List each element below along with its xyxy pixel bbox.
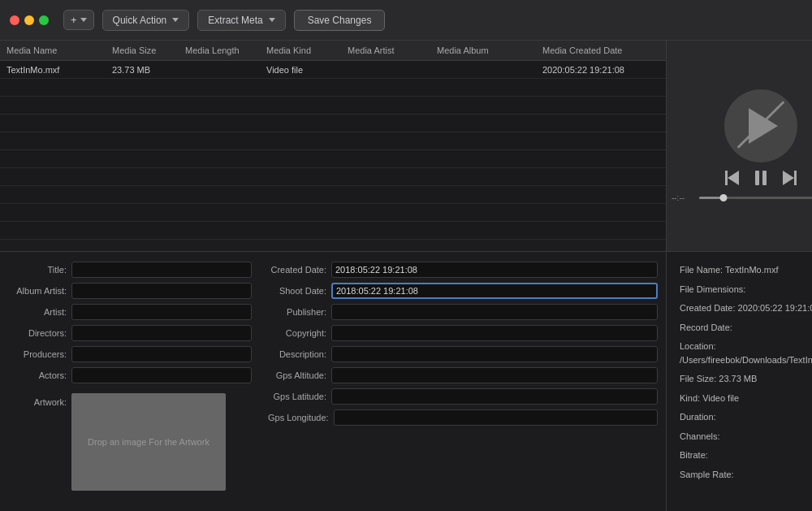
- artwork-hint: Drop an image For the Artwork: [88, 437, 209, 447]
- cell-created: 2020:05:22 19:21:08: [536, 63, 666, 76]
- artwork-drop-zone[interactable]: Drop an image For the Artwork: [71, 393, 226, 491]
- input-publisher[interactable]: [331, 304, 658, 320]
- col-header-created: Media Created Date: [536, 44, 666, 57]
- info-bitrate: Bitrate:: [680, 448, 812, 462]
- input-album-artist[interactable]: [71, 283, 252, 299]
- cell-kind: Video file: [260, 63, 341, 76]
- extract-meta-chevron-icon: [269, 18, 275, 22]
- input-actors[interactable]: [71, 367, 252, 383]
- table-area: Media Name Media Size Media Length Media…: [0, 41, 666, 252]
- input-description[interactable]: [331, 346, 658, 362]
- table-row: [0, 222, 666, 240]
- artwork-area: Artwork: Drop an image For the Artwork: [8, 393, 252, 491]
- table-empty-rows: [0, 79, 666, 240]
- pause-icon: [755, 171, 767, 185]
- table-row: [0, 97, 666, 115]
- table-row: [0, 168, 666, 186]
- form-row-description: Description:: [268, 346, 658, 362]
- progress-thumb[interactable]: [720, 194, 728, 201]
- save-changes-label: Save Changes: [308, 15, 372, 26]
- player-controls: [725, 171, 797, 185]
- label-actors: Actors:: [8, 370, 67, 380]
- col-header-size: Media Size: [106, 44, 179, 57]
- quick-action-button[interactable]: Quick Action: [102, 10, 190, 31]
- extract-meta-button[interactable]: Extract Meta: [197, 10, 285, 31]
- label-gps-latitude: Gps Latitude:: [268, 392, 326, 401]
- info-created-date: Created Date: 2020:05:22 19:21:08: [680, 301, 812, 315]
- input-artist[interactable]: [71, 304, 252, 320]
- info-sample-rate: Sample Rate:: [680, 468, 812, 482]
- info-file-dimensions: File Dimensions:: [680, 283, 812, 297]
- form-row-gps-altitude: Gps Altitude:: [268, 367, 658, 383]
- table-row: [0, 132, 666, 150]
- input-gps-longitude[interactable]: [334, 409, 658, 426]
- col-header-kind: Media Kind: [260, 44, 341, 57]
- form-row-directors: Directors:: [8, 325, 252, 341]
- input-gps-latitude[interactable]: [331, 388, 658, 405]
- col-header-length: Media Length: [179, 44, 260, 57]
- col-header-album: Media Album: [430, 44, 536, 57]
- input-copyright[interactable]: [331, 325, 658, 341]
- input-created-date[interactable]: [331, 262, 658, 278]
- input-producers[interactable]: [71, 346, 252, 362]
- label-copyright: Copyright:: [268, 328, 326, 338]
- main-container: Media Name Media Size Media Length Media…: [0, 41, 812, 511]
- input-shoot-date[interactable]: [331, 283, 658, 299]
- form-row-title: Title:: [8, 262, 252, 278]
- form-row-copyright: Copyright:: [268, 325, 658, 341]
- skip-back-button[interactable]: [725, 171, 739, 185]
- add-button[interactable]: +: [63, 10, 94, 30]
- table-row: [0, 150, 666, 168]
- add-chevron-icon: [80, 18, 87, 22]
- extract-meta-label: Extract Meta: [208, 15, 262, 26]
- progress-track[interactable]: [699, 197, 812, 199]
- label-gps-longitude: Gps Longitude:: [268, 413, 329, 422]
- info-kind: Kind: Video file: [680, 392, 812, 405]
- minimize-button[interactable]: [24, 15, 34, 25]
- fullscreen-button[interactable]: [39, 15, 49, 25]
- right-panel: --:-- --:-- File Name: TextInMo.mxf File…: [667, 41, 812, 511]
- info-channels: Channels:: [680, 430, 812, 444]
- info-duration: Duration:: [680, 410, 812, 424]
- pause-button[interactable]: [755, 171, 767, 185]
- quick-action-chevron-icon: [172, 18, 179, 22]
- table-row: [0, 186, 666, 204]
- table-body: TextInMo.mxf 23.73 MB Video file 2020:05…: [0, 61, 666, 240]
- left-panel: Media Name Media Size Media Length Media…: [0, 41, 667, 511]
- form-row-actors: Actors:: [8, 367, 252, 383]
- form-row-album-artist: Album Artist:: [8, 283, 252, 299]
- form-right: Created Date: Shoot Date: Publisher: Cop…: [260, 262, 666, 501]
- save-changes-button[interactable]: Save Changes: [294, 10, 386, 31]
- form-row-gps-longitude: Gps Longitude:: [268, 409, 658, 426]
- form-row-artist: Artist:: [8, 304, 252, 320]
- skip-forward-icon: [783, 171, 797, 185]
- input-directors[interactable]: [71, 325, 252, 341]
- label-created-date: Created Date:: [268, 265, 326, 275]
- table-row: [0, 79, 666, 97]
- cell-album: [430, 68, 536, 71]
- info-file-size: File Size: 23.73 MB: [680, 372, 812, 386]
- label-description: Description:: [268, 349, 326, 359]
- skip-forward-button[interactable]: [783, 171, 797, 185]
- close-button[interactable]: [10, 15, 19, 25]
- table-row[interactable]: TextInMo.mxf 23.73 MB Video file 2020:05…: [0, 61, 666, 79]
- player-progress[interactable]: --:-- --:--: [672, 193, 812, 202]
- info-file-name: File Name: TextInMo.mxf: [680, 263, 812, 277]
- form-row-publisher: Publisher:: [268, 304, 658, 320]
- form-row-shoot-date: Shoot Date:: [268, 283, 658, 299]
- label-publisher: Publisher:: [268, 307, 326, 317]
- time-start: --:--: [672, 193, 694, 202]
- add-icon: +: [71, 14, 77, 26]
- artwork-box[interactable]: Drop an image For the Artwork: [71, 393, 226, 491]
- input-gps-altitude[interactable]: [331, 367, 658, 383]
- player-thumbnail: [724, 89, 797, 162]
- cell-name: TextInMo.mxf: [0, 63, 106, 76]
- cell-length: [179, 68, 260, 71]
- label-artist: Artist:: [8, 307, 67, 317]
- form-row-gps-latitude: Gps Latitude:: [268, 388, 658, 405]
- input-title[interactable]: [71, 262, 252, 278]
- skip-back-icon: [725, 171, 739, 185]
- table-row: [0, 204, 666, 222]
- form-row-producers: Producers:: [8, 346, 252, 362]
- traffic-lights: [10, 15, 49, 25]
